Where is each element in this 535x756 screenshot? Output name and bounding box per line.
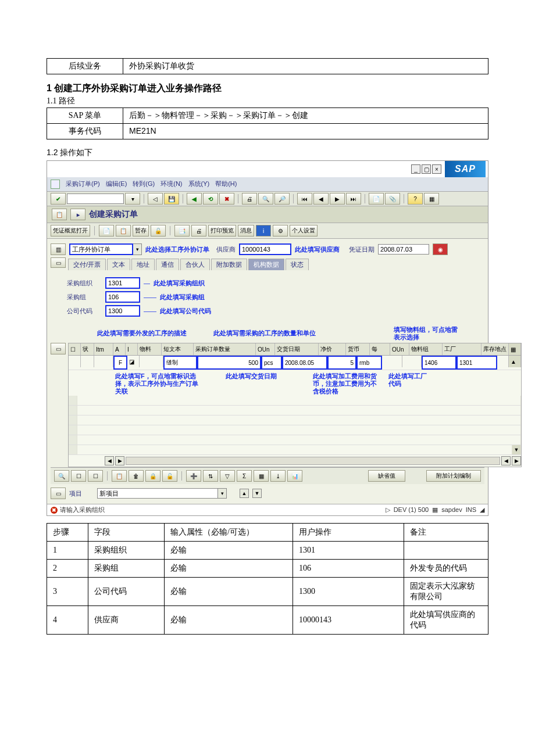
menu-env[interactable]: 环境(N) <box>160 180 182 189</box>
lock-icon[interactable]: 🔒 <box>145 470 160 482</box>
header-toggle-icon[interactable]: ▥ <box>51 243 66 255</box>
newrow-icon[interactable]: ➕ <box>186 470 201 482</box>
item-next-icon[interactable]: ▼ <box>252 489 262 498</box>
copyrow-icon[interactable]: 📋 <box>112 470 127 482</box>
cell-a[interactable]: F <box>113 356 127 370</box>
cell-shorttext[interactable]: 缝制 <box>163 356 197 370</box>
settings-icon[interactable]: ⚙ <box>273 225 288 237</box>
find-icon[interactable]: 🔍 <box>258 193 273 205</box>
sum-icon[interactable]: Σ <box>237 470 252 482</box>
info-icon[interactable]: i <box>256 225 271 237</box>
tab-status[interactable]: 状态 <box>286 259 309 270</box>
export-icon[interactable]: ⤓ <box>270 470 286 482</box>
defaults-button[interactable]: 缺省值 <box>368 470 405 482</box>
tab-comm[interactable]: 通信 <box>156 259 179 270</box>
help-icon[interactable]: ? <box>408 193 423 205</box>
printprev-icon[interactable]: 🖨 <box>191 225 206 237</box>
otherpo-icon[interactable]: 📋 <box>52 209 67 220</box>
cell-plant[interactable]: 1301 <box>456 356 497 370</box>
deleterow-icon[interactable]: 🗑 <box>129 470 144 482</box>
gh-sel[interactable]: ☐ <box>69 343 81 355</box>
header-collapse-icon[interactable]: ▭ <box>51 257 66 268</box>
item-toggle-icon[interactable]: ▭ <box>51 343 66 354</box>
sort-icon[interactable]: ⇅ <box>203 470 218 482</box>
doctype-dropdown-icon[interactable]: ▾ <box>133 243 142 255</box>
create-icon[interactable]: 📄 <box>99 225 114 237</box>
window-minimize-icon[interactable]: _ <box>411 164 420 174</box>
menu-icon[interactable] <box>51 180 60 189</box>
item-combo-dropdown-icon[interactable]: ▾ <box>218 488 227 499</box>
layout2-icon[interactable]: ▦ <box>254 470 269 482</box>
vendor-input[interactable]: 10000143 <box>239 243 291 255</box>
shortcut-icon[interactable]: 📎 <box>385 193 400 205</box>
tab-adddata[interactable]: 附加数据 <box>211 259 247 270</box>
item-combo[interactable]: 新项目 <box>97 488 218 499</box>
cancel-icon[interactable]: ✖ <box>219 193 234 205</box>
window-close-icon[interactable]: × <box>432 164 441 174</box>
hscroll-left-icon[interactable]: ◀ <box>105 456 114 465</box>
printprev-button[interactable]: 打印预览 <box>208 225 236 237</box>
display-icon[interactable]: 📋 <box>116 225 131 237</box>
save-icon[interactable]: 💾 <box>164 193 179 205</box>
doctype-combo[interactable]: 工序外协订单 <box>69 243 133 255</box>
filter-icon[interactable]: ▽ <box>220 470 235 482</box>
first-page-icon[interactable]: ⏮ <box>297 193 312 205</box>
hscroll-right2-icon[interactable]: ▶ <box>512 456 521 465</box>
tab-partner[interactable]: 合伙人 <box>180 259 210 270</box>
copy-icon[interactable]: 📑 <box>174 225 190 237</box>
cell-oun[interactable]: pcs <box>261 356 282 370</box>
cell-deldate[interactable]: 2008.08.05 <box>282 356 327 370</box>
cell-qty[interactable]: 500 <box>197 356 261 370</box>
tab-address[interactable]: 地址 <box>131 259 155 270</box>
menu-sys[interactable]: 系统(Y) <box>188 180 210 189</box>
hscroll-track[interactable] <box>126 457 500 465</box>
menu-help[interactable]: 帮助(H) <box>215 180 237 189</box>
cell-i-f4-icon[interactable]: ◪ <box>127 356 140 367</box>
ok-icon[interactable]: ✔ <box>51 193 66 205</box>
expand-icon[interactable]: ▸ <box>70 209 85 220</box>
item-prev-icon[interactable]: ▲ <box>240 489 249 498</box>
cell-price[interactable]: 5 <box>327 356 356 370</box>
next-page-icon[interactable]: ▶ <box>330 193 345 205</box>
itemdetail-toggle-icon[interactable]: ▭ <box>51 488 66 499</box>
tab-text[interactable]: 文本 <box>107 259 130 270</box>
menu-po[interactable]: 采购订单(P) <box>66 180 100 189</box>
check-icon[interactable]: 🔓 <box>151 225 166 237</box>
scroll-up-icon[interactable]: ▲ <box>509 356 521 367</box>
graph-icon[interactable]: 📊 <box>287 470 302 482</box>
purchgrp-input[interactable]: 106 <box>105 291 140 303</box>
layout-icon[interactable]: ▦ <box>424 193 439 205</box>
doc-overview-button[interactable]: 凭证概览打开 <box>51 225 90 237</box>
cell-curr[interactable]: rmb <box>356 356 382 370</box>
menu-goto[interactable]: 转到(G) <box>133 180 155 189</box>
cell-matgroup[interactable]: 1406 <box>422 356 456 370</box>
purchorg-input[interactable]: 1301 <box>105 277 140 289</box>
nav-back-icon[interactable]: ◀ <box>187 193 202 205</box>
last-page-icon[interactable]: ⏭ <box>346 193 361 205</box>
tab-delivery[interactable]: 交付/开票 <box>68 259 106 270</box>
findnext-icon[interactable]: 🔎 <box>274 193 290 205</box>
command-field[interactable] <box>67 194 124 204</box>
date-picker-icon[interactable]: ◉ <box>433 243 448 255</box>
gh-config-icon[interactable]: ▦ <box>509 343 521 355</box>
print-icon[interactable]: 🖨 <box>242 193 257 205</box>
selectall-icon[interactable]: ☐ <box>71 470 86 482</box>
deselect-icon[interactable]: ☐ <box>88 470 103 482</box>
menu-edit[interactable]: 编辑(E) <box>106 180 127 189</box>
prev-page-icon[interactable]: ◀ <box>313 193 329 205</box>
tab-orgdata[interactable]: 机构数据 <box>248 259 284 270</box>
newmode-icon[interactable]: 📄 <box>369 193 384 205</box>
resize-grip-icon[interactable]: ◢ <box>480 506 484 514</box>
dropdown-icon[interactable]: ▾ <box>125 193 140 205</box>
window-maximize-icon[interactable]: ▢ <box>422 164 431 174</box>
addplan-button[interactable]: 附加计划编制 <box>426 470 481 482</box>
nav-exit-icon[interactable]: ⟲ <box>203 193 218 205</box>
messages-button[interactable]: 消息 <box>238 225 254 237</box>
back-icon[interactable]: ◁ <box>148 193 163 205</box>
grid-row-1[interactable]: F ◪ 缝制 500 pcs 2008.08.05 5 rmb 1406 130… <box>69 356 521 370</box>
hold-button[interactable]: 暂存 <box>133 225 149 237</box>
scroll-down-icon[interactable]: ▼ <box>512 445 521 454</box>
docdate-input[interactable]: 2008.07.03 <box>378 244 429 255</box>
company-input[interactable]: 1300 <box>105 305 140 317</box>
hscroll-left2-icon[interactable]: ◀ <box>501 456 511 465</box>
